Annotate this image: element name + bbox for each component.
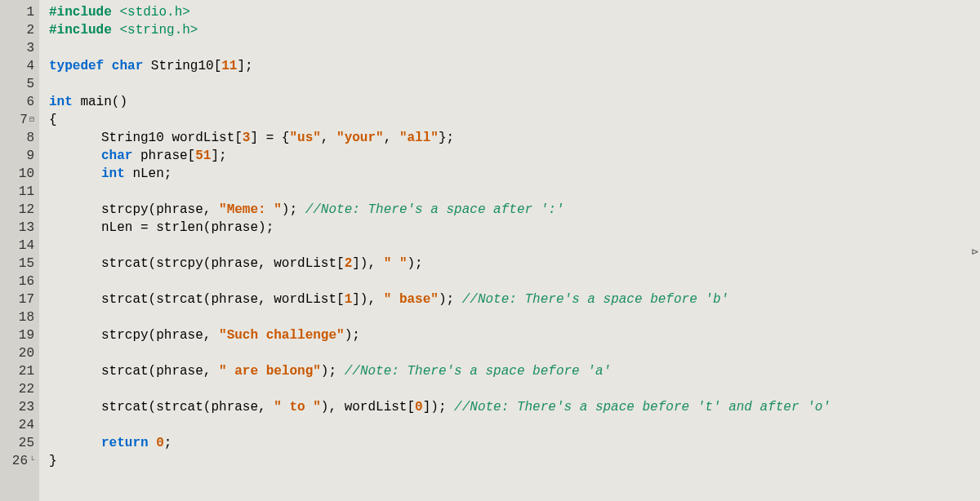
code-line[interactable]: char phrase[51]; [49, 147, 980, 165]
code-line[interactable]: #include <stdio.h> [49, 3, 980, 21]
line-number: 3 [0, 39, 34, 57]
line-number: 24 [0, 416, 34, 434]
code-line[interactable]: strcat(strcat(phrase, wordList[1]), " ba… [49, 290, 980, 308]
code-line[interactable] [49, 416, 980, 434]
line-number: 1 [0, 3, 34, 21]
code-line[interactable]: nLen = strlen(phrase); [49, 219, 980, 237]
fold-toggle-icon[interactable]: ⊟ [29, 111, 34, 129]
code-line[interactable]: strcpy(phrase, "Such challenge"); [49, 326, 980, 344]
line-number: 7⊟ [0, 111, 34, 129]
line-number: 9 [0, 147, 34, 165]
code-line[interactable]: strcat(strcat(phrase, " to "), wordList[… [49, 398, 980, 416]
code-line[interactable]: strcpy(phrase, "Meme: "); //Note: There'… [49, 201, 980, 219]
line-number: 13 [0, 219, 34, 237]
line-number: 23 [0, 398, 34, 416]
line-number: 8 [0, 129, 34, 147]
code-line[interactable] [49, 75, 980, 93]
line-number: 21 [0, 362, 34, 380]
code-line[interactable]: #include <string.h> [49, 21, 980, 39]
code-line[interactable] [49, 273, 980, 290]
line-number: 25 [0, 434, 34, 452]
cursor-hint-icon: ⊳ [972, 245, 978, 259]
code-line[interactable]: } [49, 452, 980, 470]
code-line[interactable]: String10 wordList[3] = {"us", "your", "a… [49, 129, 980, 147]
line-number: 19 [0, 326, 34, 344]
code-line[interactable] [49, 183, 980, 201]
code-line[interactable]: { [49, 111, 980, 129]
code-line[interactable] [49, 39, 980, 57]
line-number: 2 [0, 21, 34, 39]
code-line[interactable]: int main() [49, 93, 980, 111]
line-number: 5 [0, 75, 34, 93]
line-number: 15 [0, 255, 34, 273]
line-number: 12 [0, 201, 34, 219]
line-number: 17 [0, 290, 34, 308]
line-number: 11 [0, 183, 34, 201]
code-line[interactable]: strcat(strcpy(phrase, wordList[2]), " ")… [49, 255, 980, 273]
line-number: 22 [0, 380, 34, 398]
line-number: 4 [0, 57, 34, 75]
code-line[interactable] [49, 344, 980, 362]
code-line[interactable] [49, 308, 980, 326]
line-number: 10 [0, 165, 34, 183]
line-number: 6 [0, 93, 34, 111]
code-editor[interactable]: #include <stdio.h> #include <string.h> t… [39, 0, 980, 501]
code-line[interactable] [49, 380, 980, 398]
code-line[interactable]: typedef char String10[11]; [49, 57, 980, 75]
line-number: 20 [0, 344, 34, 362]
code-line[interactable]: strcat(phrase, " are belong"); //Note: T… [49, 362, 980, 380]
line-number-gutter: 1 2 3 4 5 6 7⊟ 8 9 10 11 12 13 14 15 16 … [0, 0, 39, 501]
code-line[interactable]: int nLen; [49, 165, 980, 183]
code-line[interactable] [49, 237, 980, 255]
line-number: 26└ [0, 452, 34, 470]
line-number: 18 [0, 308, 34, 326]
fold-end-icon: └ [29, 452, 34, 470]
code-line[interactable]: return 0; [49, 434, 980, 452]
line-number: 16 [0, 273, 34, 290]
line-number: 14 [0, 237, 34, 255]
